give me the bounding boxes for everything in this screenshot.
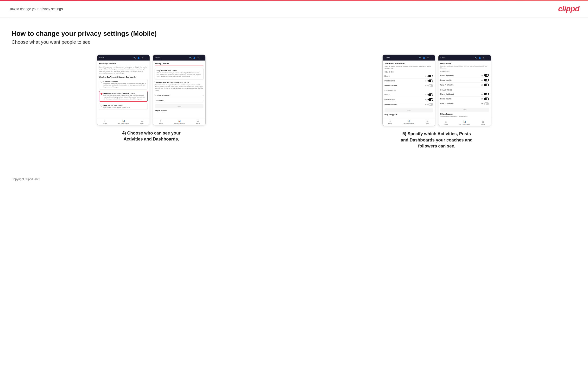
toggle-coaches-drills-control[interactable]: ON bbox=[425, 80, 433, 82]
option-everyone-desc: Everyone on Clippd can search for you an… bbox=[104, 83, 146, 88]
chevron-down-icon[interactable]: ⌄ bbox=[145, 56, 148, 59]
toggle-track-3[interactable] bbox=[428, 84, 433, 87]
people-icon-3[interactable]: 👤 bbox=[423, 56, 425, 59]
dropdown-card: Only You and Your Coach Only you and the… bbox=[155, 68, 203, 79]
people-icon-2[interactable]: 👤 bbox=[193, 56, 196, 59]
toggle-track-10[interactable] bbox=[484, 93, 489, 95]
bottom-menu-2[interactable]: ☰ Menu bbox=[196, 120, 200, 124]
toggle-track-6[interactable] bbox=[428, 103, 433, 106]
radio-everyone[interactable] bbox=[101, 81, 103, 83]
chevron-down-icon-3[interactable]: ⌄ bbox=[430, 56, 433, 59]
bottom-menu-3[interactable]: ☰ Menu bbox=[426, 120, 429, 124]
toggle-followers-player-dash-control[interactable]: ON bbox=[481, 93, 489, 95]
back-icon[interactable]: ‹ bbox=[99, 57, 100, 59]
toggle-coaches-round-insights: Round Insights ON bbox=[440, 78, 489, 83]
toggle-coaches-what-to-work-control[interactable]: ON bbox=[481, 83, 489, 86]
screen1-content: Privacy Controls Control how you and you… bbox=[97, 60, 150, 118]
toggle-track-7[interactable] bbox=[484, 74, 489, 77]
option-approved-text: Only Approved Followers and Your Coach O… bbox=[104, 92, 146, 100]
screen2-tab[interactable]: Privacy Controls bbox=[155, 62, 169, 66]
search-icon-3[interactable]: 🔍 bbox=[419, 56, 422, 59]
toggle-followers-drills-control[interactable]: ON bbox=[425, 98, 433, 101]
followers-drills-label: Practice Drills bbox=[385, 99, 395, 100]
save-btn-2[interactable]: Save bbox=[155, 104, 203, 108]
bottom-menu-label-3: Menu bbox=[426, 123, 429, 124]
toggle-followers-what-to-work-control[interactable]: ON bbox=[481, 102, 489, 105]
bottom-perf-label-1: My Performance bbox=[118, 123, 129, 124]
settings-icon[interactable]: ⚙ bbox=[141, 56, 144, 59]
screen3-back-label[interactable]: Back bbox=[386, 57, 389, 58]
toggle-track[interactable] bbox=[428, 75, 433, 77]
toggle-coaches-manual-control[interactable]: ON bbox=[425, 84, 433, 87]
option-approved[interactable]: Only Approved Followers and Your Coach O… bbox=[99, 91, 148, 102]
toggle-track-12[interactable] bbox=[484, 102, 489, 105]
back-icon-2[interactable]: ‹ bbox=[155, 57, 156, 59]
toggle-thumb-11 bbox=[486, 98, 488, 100]
screen1-nav-right: 🔍 👤 ⚙ ⌄ bbox=[133, 56, 148, 59]
screen4-nav-right: 🔍 👤 ⚙ ⌄ bbox=[475, 56, 489, 59]
toggle-track-2[interactable] bbox=[428, 80, 433, 82]
bottom-perf-1[interactable]: 📊 My Performance bbox=[118, 120, 129, 124]
followers-label-4: FOLLOWERS bbox=[440, 89, 489, 91]
bottom-home-1[interactable]: ⌂ Home bbox=[103, 120, 107, 124]
toggle-track-11[interactable] bbox=[484, 98, 489, 100]
menu-activities[interactable]: Activities and Posts › bbox=[155, 93, 203, 98]
logo: clippd bbox=[558, 4, 579, 13]
bottom-menu-1[interactable]: ☰ Menu bbox=[140, 120, 144, 124]
coaches-player-dash-label: Player Dashboard bbox=[440, 75, 454, 76]
coaches-manual-label: Manual Activities bbox=[385, 85, 397, 86]
screen1-bottom-bar: ⌂ Home 📊 My Performance ☰ Menu bbox=[97, 118, 150, 125]
toggle-followers-manual-control[interactable]: ON bbox=[425, 103, 433, 106]
toggle-followers-round-insights: Round Insights ON bbox=[440, 97, 489, 101]
settings-icon-3[interactable]: ⚙ bbox=[426, 56, 429, 59]
bottom-menu-4[interactable]: ☰ Menu bbox=[482, 120, 485, 125]
bottom-perf-3[interactable]: 📊 My Performance bbox=[404, 120, 414, 124]
people-icon[interactable]: 👤 bbox=[137, 56, 140, 59]
screen1-nav: ‹ Back 🔍 👤 ⚙ ⌄ bbox=[97, 55, 150, 60]
radio-only-you[interactable] bbox=[101, 105, 103, 107]
bottom-perf-2[interactable]: 📊 My Performance bbox=[174, 120, 185, 124]
page-subheading: Choose what you want people to see bbox=[12, 39, 576, 45]
show-hide-desc: Regardless of the privacy controls that … bbox=[155, 84, 203, 92]
toggle-track-5[interactable] bbox=[428, 98, 433, 101]
chevron-right-icon: › bbox=[203, 94, 204, 97]
radio-approved[interactable] bbox=[101, 93, 103, 95]
toggle-coaches-rounds-control[interactable]: ON bbox=[425, 75, 433, 77]
bottom-home-3[interactable]: ⌂ Home bbox=[388, 120, 392, 124]
screen1-back-label[interactable]: Back bbox=[101, 57, 104, 58]
save-btn-4[interactable]: Save bbox=[440, 108, 489, 112]
toggle-followers-round-insights-control[interactable]: ON bbox=[481, 98, 489, 100]
search-icon-4[interactable]: 🔍 bbox=[475, 56, 477, 59]
toggle-on-label-5: ON bbox=[425, 99, 428, 100]
search-icon-2[interactable]: 🔍 bbox=[189, 56, 192, 59]
screen4-back-label[interactable]: Back bbox=[441, 57, 445, 58]
bottom-perf-4[interactable]: 📊 My Performance bbox=[459, 120, 470, 125]
screen-3: ‹ Back 🔍 👤 ⚙ ⌄ Activities and Posts bbox=[382, 55, 435, 126]
toggle-thumb-3 bbox=[429, 85, 431, 87]
bottom-perf-label-4: My Performance bbox=[459, 124, 470, 125]
toggle-track-8[interactable] bbox=[484, 79, 489, 81]
people-icon-4[interactable]: 👤 bbox=[478, 56, 481, 59]
bottom-home-4[interactable]: ⌂ Home bbox=[444, 120, 448, 125]
bottom-home-label-4: Home bbox=[444, 124, 448, 125]
toggle-track-9[interactable] bbox=[484, 83, 489, 86]
screen4-nav-left: ‹ Back bbox=[440, 57, 445, 59]
back-icon-3[interactable]: ‹ bbox=[385, 57, 385, 59]
chevron-down-icon-4[interactable]: ⌄ bbox=[486, 56, 489, 59]
menu-dashboards[interactable]: Dashboards › bbox=[155, 98, 203, 103]
option-only-you-desc: Only you and the coaches you connect wit… bbox=[104, 107, 130, 108]
toggle-followers-rounds-control[interactable]: ON bbox=[425, 93, 433, 96]
option-everyone[interactable]: Everyone on Clippd Everyone on Clippd ca… bbox=[99, 79, 148, 90]
settings-icon-4[interactable]: ⚙ bbox=[482, 56, 485, 59]
chevron-down-icon-2[interactable]: ⌄ bbox=[200, 56, 203, 59]
toggle-coaches-round-insights-control[interactable]: ON bbox=[481, 79, 489, 81]
bottom-home-2[interactable]: ⌂ Home bbox=[159, 120, 163, 124]
settings-icon-2[interactable]: ⚙ bbox=[197, 56, 200, 59]
save-btn-3[interactable]: Save bbox=[385, 108, 433, 112]
option-only-you[interactable]: Only You and Your Coach Only you and the… bbox=[99, 103, 148, 110]
search-icon[interactable]: 🔍 bbox=[133, 56, 136, 59]
toggle-track-4[interactable] bbox=[428, 93, 433, 96]
toggle-coaches-player-dash-control[interactable]: ON bbox=[481, 74, 489, 77]
back-icon-4[interactable]: ‹ bbox=[440, 57, 441, 59]
screen2-back-label[interactable]: Back bbox=[156, 57, 160, 58]
